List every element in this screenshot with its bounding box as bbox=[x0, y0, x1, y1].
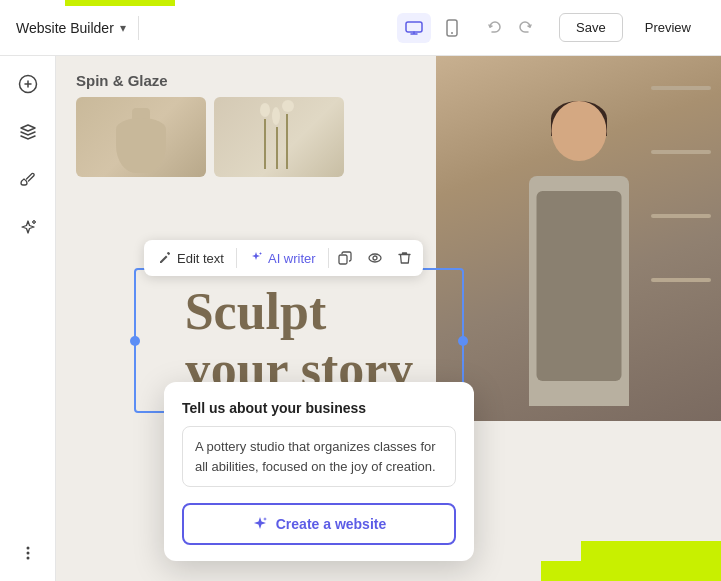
mobile-view-button[interactable] bbox=[435, 13, 469, 43]
vase-shape bbox=[116, 108, 166, 173]
topbar-divider bbox=[138, 16, 139, 40]
svg-point-5 bbox=[26, 552, 29, 555]
sidebar-more-button[interactable] bbox=[12, 537, 44, 569]
topbar: Website Builder ▾ bbox=[0, 0, 721, 56]
copy-icon bbox=[338, 251, 352, 265]
undo-icon bbox=[487, 20, 503, 36]
brand-chevron: ▾ bbox=[120, 21, 126, 35]
create-website-button[interactable]: Create a website bbox=[182, 503, 456, 545]
brand-label: Website Builder bbox=[16, 20, 114, 36]
stem-line-2 bbox=[276, 127, 278, 169]
ai-card: Tell us about your business Create a web… bbox=[164, 382, 474, 561]
thumbnail-2[interactable] bbox=[214, 97, 344, 177]
edit-text-icon bbox=[158, 251, 172, 265]
delete-icon bbox=[398, 251, 411, 265]
layers-icon bbox=[18, 122, 38, 142]
vase-body bbox=[116, 118, 166, 173]
photo-background bbox=[436, 56, 721, 421]
delete-button[interactable] bbox=[391, 244, 419, 272]
mobile-icon bbox=[446, 19, 458, 37]
desktop-view-button[interactable] bbox=[397, 13, 431, 43]
main-layout: Spin & Glaze bbox=[0, 56, 721, 581]
stem-2 bbox=[276, 107, 280, 169]
view-icon bbox=[368, 252, 382, 264]
person-apron bbox=[536, 191, 621, 381]
sidebar-paint-button[interactable] bbox=[12, 164, 44, 196]
svg-point-9 bbox=[373, 256, 377, 260]
stem-1 bbox=[264, 103, 270, 169]
svg-point-2 bbox=[451, 32, 453, 34]
topbar-actions: Save Preview bbox=[559, 13, 705, 42]
green-accent-top bbox=[65, 0, 175, 6]
ai-card-footer: Create a website bbox=[182, 503, 456, 545]
stem-head-3 bbox=[282, 100, 294, 112]
sparkle-icon bbox=[252, 516, 268, 532]
device-toggle-group bbox=[397, 13, 469, 43]
selection-handle-right[interactable] bbox=[458, 336, 468, 346]
redo-icon bbox=[517, 20, 533, 36]
stem-line-3 bbox=[286, 114, 288, 169]
svg-point-4 bbox=[26, 547, 29, 550]
create-website-label: Create a website bbox=[276, 516, 387, 532]
ai-writer-label: AI writer bbox=[268, 251, 316, 266]
copy-button[interactable] bbox=[331, 244, 359, 272]
sidebar-ai-button[interactable] bbox=[12, 212, 44, 244]
ai-writer-button[interactable]: AI writer bbox=[239, 247, 326, 270]
element-toolbar: Edit text AI writer bbox=[144, 240, 423, 276]
green-accent-bottom-right bbox=[581, 541, 721, 581]
stem-head-1 bbox=[260, 103, 270, 117]
stem-line-1 bbox=[264, 119, 266, 169]
undo-button[interactable] bbox=[481, 14, 509, 42]
stems bbox=[264, 100, 294, 169]
paint-icon bbox=[18, 170, 38, 190]
brand-menu[interactable]: Website Builder ▾ bbox=[16, 20, 126, 36]
stem-3 bbox=[286, 100, 294, 169]
preview-button[interactable]: Preview bbox=[631, 14, 705, 41]
toolbar-sep-2 bbox=[328, 248, 329, 268]
green-accent-bottom-left bbox=[541, 561, 581, 581]
toolbar-sep-1 bbox=[236, 248, 237, 268]
sidebar-add-button[interactable] bbox=[12, 68, 44, 100]
ai-writer-icon bbox=[249, 251, 263, 265]
person-head bbox=[551, 101, 606, 161]
business-description-input[interactable] bbox=[182, 426, 456, 487]
thumbnail-1[interactable] bbox=[76, 97, 206, 177]
desktop-icon bbox=[405, 21, 423, 35]
sidebar bbox=[0, 56, 56, 581]
edit-text-label: Edit text bbox=[177, 251, 224, 266]
selection-handle-left[interactable] bbox=[130, 336, 140, 346]
svg-rect-7 bbox=[339, 255, 347, 264]
stem-head-2 bbox=[272, 107, 280, 125]
save-button[interactable]: Save bbox=[559, 13, 623, 42]
svg-point-8 bbox=[369, 254, 381, 262]
svg-rect-0 bbox=[406, 22, 422, 32]
undo-redo-group bbox=[481, 14, 539, 42]
ai-sparkle-icon bbox=[18, 218, 38, 238]
add-icon bbox=[18, 74, 38, 94]
view-button[interactable] bbox=[361, 244, 389, 272]
more-icon bbox=[18, 543, 38, 563]
edit-text-button[interactable]: Edit text bbox=[148, 247, 234, 270]
sidebar-layers-button[interactable] bbox=[12, 116, 44, 148]
ai-card-title: Tell us about your business bbox=[182, 400, 456, 416]
redo-button[interactable] bbox=[511, 14, 539, 42]
right-photo bbox=[436, 56, 721, 421]
svg-point-6 bbox=[26, 557, 29, 560]
person-figure bbox=[479, 81, 679, 421]
canvas: Spin & Glaze bbox=[56, 56, 721, 581]
